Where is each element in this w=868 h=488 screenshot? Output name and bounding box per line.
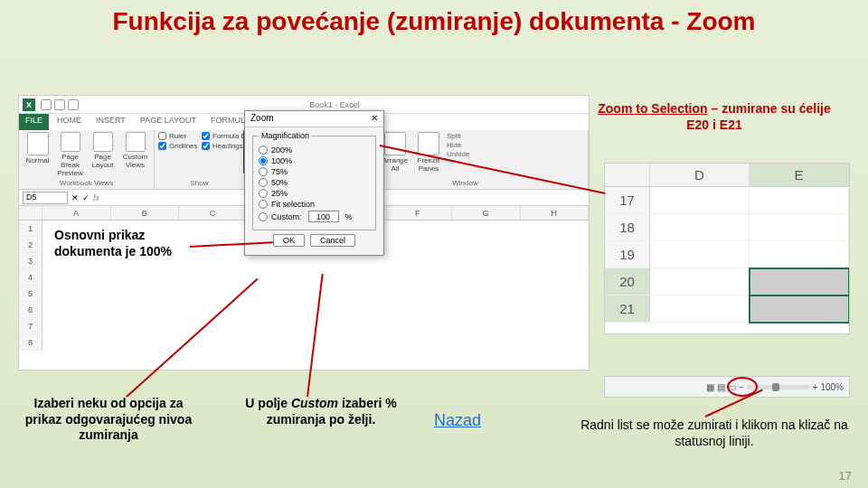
- row-header[interactable]: 2: [19, 237, 42, 253]
- col-header[interactable]: G: [452, 206, 521, 220]
- ok-button[interactable]: OK: [273, 234, 305, 247]
- enter-icon[interactable]: ✓: [82, 193, 90, 202]
- quick-access-toolbar: [41, 99, 79, 110]
- chk-gridlines[interactable]: Gridlines: [158, 142, 198, 150]
- group-show: Ruler Gridlines Formula Bar Headings Sho…: [155, 130, 245, 189]
- row-header[interactable]: 20: [605, 268, 650, 296]
- view-pagelayout-icon[interactable]: ▤: [717, 382, 725, 392]
- chk-headings[interactable]: Headings: [202, 142, 243, 150]
- btn-freeze-panes[interactable]: Freeze Panes: [413, 132, 444, 173]
- tab-insert[interactable]: INSERT: [90, 114, 132, 130]
- zoom-slider-knob[interactable]: [772, 383, 779, 391]
- btn-normal[interactable]: Normal: [23, 132, 52, 164]
- col-header[interactable]: F: [384, 206, 453, 220]
- zoom-in-button[interactable]: +: [813, 382, 818, 392]
- callout-custom: U polje Custom izaberi % zumiranja po že…: [235, 396, 407, 427]
- col-header[interactable]: D: [650, 164, 750, 187]
- col-header[interactable]: E: [750, 164, 849, 187]
- row-header[interactable]: 8: [19, 334, 42, 351]
- callout-pick-option: Izaberi neku od opcija za prikaz odgovar…: [18, 396, 199, 444]
- slide-title: Funkcija za povećanje (zumiranje) dokume…: [0, 0, 868, 42]
- view-normal-icon[interactable]: ▦: [706, 382, 714, 392]
- dialog-title-bar: Zoom ✕: [245, 111, 383, 127]
- fx-icon[interactable]: fx: [93, 193, 99, 202]
- magnification-group: Magnification 200% 100% 75% 50% 25% Fit …: [252, 131, 376, 230]
- btn-hide[interactable]: Hide: [447, 141, 469, 149]
- back-link[interactable]: Nazad: [434, 411, 481, 430]
- col-header[interactable]: B: [111, 206, 180, 220]
- radio-fit[interactable]: Fit selection: [259, 200, 370, 209]
- cell-e21[interactable]: [750, 296, 849, 323]
- btn-arrange-all[interactable]: Arrange All: [380, 132, 410, 173]
- radio-75[interactable]: 75%: [259, 167, 370, 176]
- excel-zoomed-cells: D E 17 18 19 20 21: [604, 163, 850, 334]
- callout-status-slider: Radni list se može zumirati i klikom na …: [579, 418, 850, 449]
- zoom-slider[interactable]: [747, 385, 810, 389]
- excel-icon: X: [23, 99, 35, 111]
- row-header[interactable]: 21: [605, 296, 650, 323]
- cancel-button[interactable]: Cancel: [310, 234, 355, 247]
- row-header[interactable]: 3: [19, 253, 42, 269]
- legend: Magnification: [259, 131, 312, 140]
- callout-zoom-to-selection: Zoom to Selection – zumirane su ćelije E…: [588, 101, 841, 133]
- group-workbook-views: Normal Page Break Preview Page Layout Cu…: [19, 130, 155, 189]
- status-bar: ▦ ▤ ▭ − + 100%: [604, 376, 850, 398]
- btn-unhide[interactable]: Unhide: [447, 150, 469, 158]
- zoom-dialog: Zoom ✕ Magnification 200% 100% 75% 50% 2…: [244, 110, 384, 256]
- radio-25[interactable]: 25%: [259, 189, 370, 198]
- cell-e20[interactable]: [750, 268, 849, 296]
- select-all-corner[interactable]: [19, 206, 42, 220]
- row-header[interactable]: 1: [19, 221, 42, 237]
- page-number: 17: [839, 469, 852, 483]
- app-title: Book1 - Excel: [309, 100, 360, 109]
- col-header[interactable]: H: [521, 206, 590, 220]
- zoom-level[interactable]: 100%: [820, 382, 844, 392]
- cancel-icon[interactable]: ✕: [71, 193, 79, 202]
- btn-pagebreak[interactable]: Page Break Preview: [55, 132, 85, 177]
- custom-zoom-input[interactable]: [308, 211, 339, 222]
- btn-split[interactable]: Split: [447, 132, 469, 140]
- row-header[interactable]: 6: [19, 302, 42, 318]
- row-header[interactable]: 4: [19, 269, 42, 286]
- tab-pagelayout[interactable]: PAGE LAYOUT: [134, 114, 203, 130]
- radio-100[interactable]: 100%: [259, 156, 370, 165]
- radio-50[interactable]: 50%: [259, 178, 370, 187]
- callout-default-100: Osnovni prikaz dokumenta je 100%: [54, 228, 203, 259]
- row-header[interactable]: 19: [605, 241, 650, 268]
- radio-custom[interactable]: Custom:%: [259, 211, 370, 222]
- row-header[interactable]: 17: [605, 187, 650, 214]
- btn-pagelayout[interactable]: Page Layout: [88, 132, 118, 169]
- col-header[interactable]: A: [42, 206, 111, 220]
- name-box[interactable]: D5: [23, 192, 68, 204]
- zoom-out-button[interactable]: −: [739, 382, 744, 392]
- row-header[interactable]: 7: [19, 318, 42, 334]
- corner: [605, 164, 650, 187]
- radio-200[interactable]: 200%: [259, 145, 370, 155]
- col-header[interactable]: C: [179, 206, 248, 220]
- tab-home[interactable]: HOME: [51, 114, 88, 130]
- btn-customviews[interactable]: Custom Views: [120, 132, 150, 169]
- tab-file[interactable]: FILE: [19, 114, 49, 130]
- close-icon[interactable]: ✕: [371, 113, 378, 125]
- chk-ruler[interactable]: Ruler: [158, 132, 186, 140]
- view-pagebreak-icon[interactable]: ▭: [728, 382, 736, 392]
- row-header[interactable]: 5: [19, 286, 42, 302]
- row-header[interactable]: 18: [605, 214, 650, 241]
